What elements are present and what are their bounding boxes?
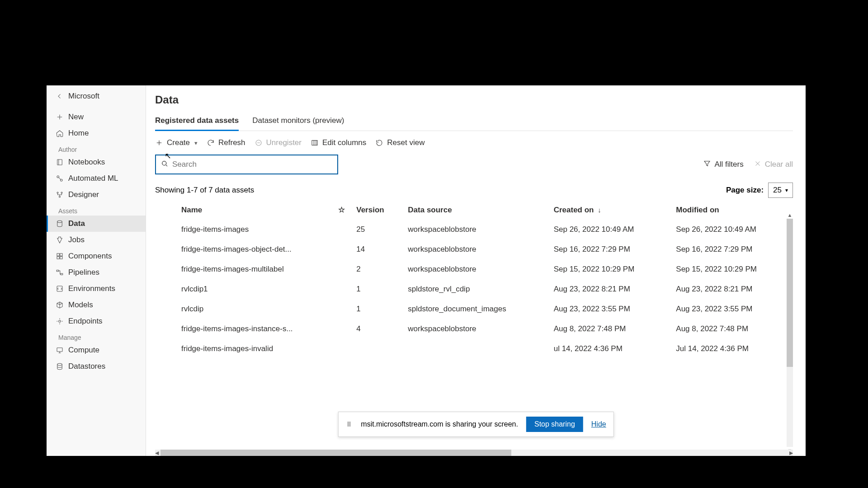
edit-columns-label: Edit columns [322,138,366,147]
row-name[interactable]: fridge-items-images [176,220,333,240]
row-name[interactable]: fridge-items-images-invalid [176,339,333,359]
column-modified-on[interactable]: Modified on [670,201,793,220]
row-checkbox[interactable] [155,239,176,259]
table-row[interactable]: rvlcdip1spldstore_document_imagesAug 23,… [155,299,793,319]
reset-view-button[interactable]: Reset view [375,137,425,148]
datastores-icon [56,362,64,371]
create-button[interactable]: Create ▾ [155,137,198,148]
clear-all-button: Clear all [754,160,793,170]
sidebar-item-endpoints[interactable]: Endpoints [47,313,146,329]
column-version[interactable]: Version [351,201,402,220]
sidebar-item-label: Jobs [68,235,85,244]
column-favorite[interactable]: ☆ [333,201,351,220]
row-favorite[interactable] [333,299,351,319]
table-row[interactable]: fridge-items-images-object-det...14works… [155,239,793,259]
row-favorite[interactable] [333,220,351,240]
sidebar-back-label: Microsoft [68,92,99,101]
row-checkbox[interactable] [155,220,176,240]
row-favorite[interactable] [333,319,351,339]
row-checkbox[interactable] [155,279,176,299]
row-checkbox[interactable] [155,339,176,359]
sidebar-item-components[interactable]: Components [47,248,146,264]
scroll-up-icon[interactable]: ▲ [787,212,793,218]
sidebar-section-assets: Assets [47,203,146,216]
tab-registered-data-assets[interactable]: Registered data assets [155,113,239,131]
sidebar-item-compute[interactable]: Compute [47,342,146,358]
row-data-source[interactable]: workspaceblobstore [402,220,548,240]
sidebar-home[interactable]: Home [47,125,146,141]
search-input[interactable] [172,160,333,169]
column-created-on[interactable]: Created on ↓ [548,201,671,220]
row-data-source[interactable]: workspaceblobstore [402,319,548,339]
results-summary: Showing 1-7 of 7 data assets [155,186,254,195]
sidebar-back[interactable]: Microsoft [47,88,146,104]
row-modified: Aug 23, 2022 3:55 PM [670,299,793,319]
row-name[interactable]: fridge-items-images-instance-s... [176,319,333,339]
sidebar-item-data[interactable]: Data [47,216,146,232]
svg-point-14 [59,320,61,323]
sidebar-item-models[interactable]: Models [47,297,146,313]
row-version: 25 [351,220,402,240]
row-data-source[interactable]: workspaceblobstore [402,239,548,259]
vertical-scrollbar[interactable]: ▲ ▼ [787,219,793,447]
sidebar-section-manage: Manage [47,329,146,342]
column-select[interactable] [155,201,176,220]
table-row[interactable]: rvlcdip11spldstore_rvl_cdipAug 23, 2022 … [155,279,793,299]
row-name[interactable]: fridge-items-images-object-det... [176,239,333,259]
row-data-source[interactable]: spldstore_document_images [402,299,548,319]
row-created: Sep 16, 2022 7:29 PM [548,239,671,259]
table-row[interactable]: fridge-items-images-multilabel2workspace… [155,259,793,279]
row-checkbox[interactable] [155,319,176,339]
svg-rect-9 [57,257,59,259]
row-data-source[interactable] [402,339,548,359]
edit-columns-button[interactable]: Edit columns [311,137,366,148]
row-version: 4 [351,319,402,339]
back-arrow-icon [56,92,64,100]
table-row[interactable]: fridge-items-images-instance-s...4worksp… [155,319,793,339]
tab-dataset-monitors[interactable]: Dataset monitors (preview) [252,113,344,131]
page-title: Data [155,94,793,106]
row-name[interactable]: rvlcdip1 [176,279,333,299]
row-favorite[interactable] [333,239,351,259]
row-data-source[interactable]: workspaceblobstore [402,259,548,279]
svg-rect-18 [312,141,317,145]
row-modified: Aug 23, 2022 8:21 PM [670,279,793,299]
all-filters-button[interactable]: All filters [703,160,743,170]
sidebar-item-automl[interactable]: Automated ML [47,170,146,187]
sidebar-item-label: Designer [68,190,99,199]
table-row[interactable]: fridge-items-images-invalidul 14, 2022 4… [155,339,793,359]
row-name[interactable]: rvlcdip [176,299,333,319]
sidebar-item-datastores[interactable]: Datastores [47,358,146,375]
refresh-button[interactable]: Refresh [207,137,245,148]
horizontal-scrollbar[interactable]: ◀ ▶ [155,450,793,456]
star-icon: ☆ [338,206,345,214]
row-favorite[interactable] [333,279,351,299]
scroll-thumb[interactable] [160,450,511,456]
sidebar-item-designer[interactable]: Designer [47,187,146,203]
row-checkbox[interactable] [155,299,176,319]
svg-point-19 [162,161,166,165]
search-box[interactable]: ↖ [155,155,338,174]
table-row[interactable]: fridge-items-images25workspaceblobstoreS… [155,220,793,240]
components-icon [56,252,64,260]
stop-sharing-button[interactable]: Stop sharing [526,417,583,432]
scroll-left-icon[interactable]: ◀ [155,450,159,456]
sidebar-item-jobs[interactable]: Jobs [47,232,146,248]
sidebar-item-environments[interactable]: Environments [47,281,146,297]
row-name[interactable]: fridge-items-images-multilabel [176,259,333,279]
row-checkbox[interactable] [155,259,176,279]
row-data-source[interactable]: spldstore_rvl_cdip [402,279,548,299]
page-size-select[interactable]: 25 ▾ [768,183,793,198]
sidebar-section-author: Author [47,141,146,154]
hide-link[interactable]: Hide [591,420,606,428]
scroll-right-icon[interactable]: ▶ [789,450,793,456]
close-icon [754,160,762,170]
row-favorite[interactable] [333,339,351,359]
sidebar-new[interactable]: New [47,109,146,125]
sidebar-item-notebooks[interactable]: Notebooks [47,154,146,170]
column-data-source[interactable]: Data source [402,201,548,220]
sidebar-item-pipelines[interactable]: Pipelines [47,264,146,281]
row-favorite[interactable] [333,259,351,279]
column-name[interactable]: Name [176,201,333,220]
scroll-thumb[interactable] [787,219,793,367]
